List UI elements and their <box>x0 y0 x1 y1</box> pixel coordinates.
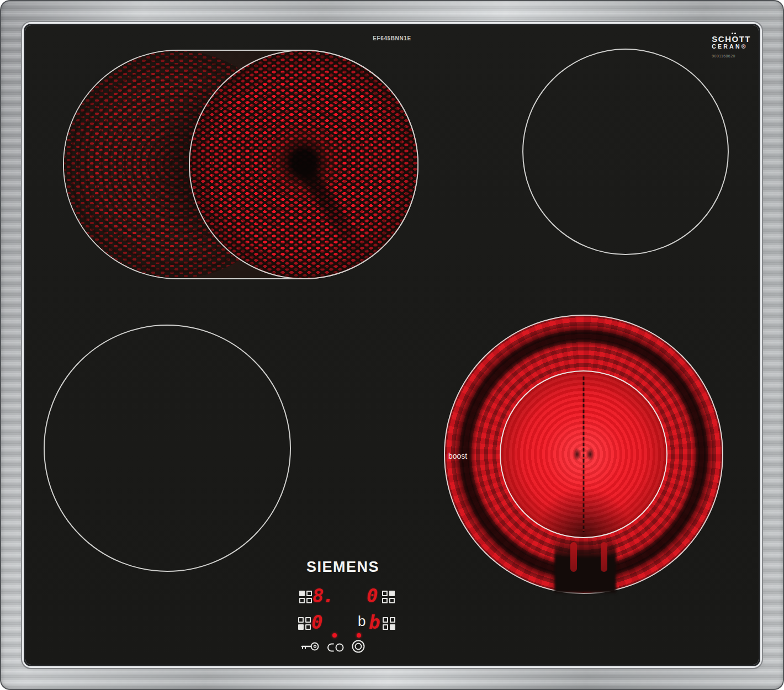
display-power-front-left: 0 <box>311 613 321 631</box>
display-power-front-right: b <box>369 613 379 631</box>
heating-element-end <box>570 542 577 572</box>
zone-indicator-rear-right <box>382 591 396 604</box>
active-led <box>357 633 361 638</box>
dual-circuit-touchkey[interactable] <box>351 639 365 654</box>
schott-ceran-badge: SCHOTT CERAN® 9001168620 <box>712 33 751 58</box>
boost-label: boost <box>448 452 467 460</box>
ceramic-glass: EF645BNN1E SCHOTT CERAN® 9001168620 boos… <box>25 25 759 665</box>
ceran-logo: CERAN® <box>712 43 751 50</box>
display-power-rear-right: 0 <box>367 586 377 605</box>
oval-zone-extension-icon <box>326 642 345 653</box>
model-number: EF645BNN1E <box>373 35 411 41</box>
zone-indicator-front-right <box>383 617 396 631</box>
key-lock-icon <box>300 640 320 652</box>
heating-element-end <box>601 542 607 572</box>
hob-product-image: EF645BNN1E SCHOTT CERAN® 9001168620 boos… <box>0 0 784 690</box>
zone-rear-left-main-glow <box>189 50 419 279</box>
zone-front-left-outline <box>44 325 291 572</box>
oval-zone-extension-touchkey[interactable] <box>326 642 345 653</box>
zone-front-right-inner-glow <box>500 370 668 538</box>
dual-circuit-icon <box>351 639 365 654</box>
key-lock-touchkey[interactable] <box>300 640 320 652</box>
boost-prefix-b: b <box>358 614 365 628</box>
active-led <box>332 633 337 638</box>
zone-rear-right-outline <box>522 49 729 255</box>
display-power-rear-left: 8. <box>312 586 333 605</box>
zone-indicator-front-left <box>298 617 312 631</box>
schott-logo: SCHOTT <box>712 33 751 43</box>
badge-code: 9001168620 <box>712 54 751 58</box>
schott-logo-text: SCHOTT <box>712 34 751 44</box>
siemens-logo: SIEMENS <box>306 559 379 576</box>
zone-indicator-rear-left <box>299 591 313 604</box>
